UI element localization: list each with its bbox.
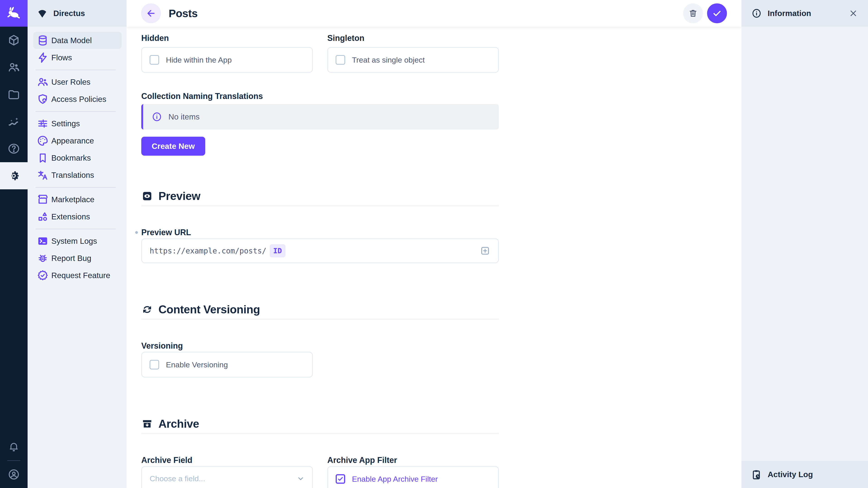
archive-filter-checkbox-card[interactable]: Enable App Archive Filter	[327, 466, 499, 488]
module-insights[interactable]	[0, 108, 28, 135]
back-button[interactable]	[141, 3, 161, 23]
trash-icon	[688, 8, 698, 18]
sidebar-item-appearance[interactable]: Appearance	[33, 132, 122, 149]
checkbox-label: Enable App Archive Filter	[352, 475, 438, 484]
sidebar-item-translations[interactable]: Translations	[33, 166, 122, 184]
singleton-checkbox-card[interactable]: Treat as single object	[327, 47, 499, 73]
page-header: Posts	[127, 0, 741, 27]
create-new-button[interactable]: Create New	[141, 137, 205, 156]
archive-field-select[interactable]	[141, 466, 313, 488]
hidden-checkbox[interactable]	[150, 55, 159, 65]
sidebar-divider	[35, 187, 116, 188]
project-name: Directus	[53, 9, 85, 18]
sidebar-item-label: Appearance	[51, 136, 94, 145]
field-label: Singleton	[327, 33, 499, 43]
checkbox-label: Hide within the App	[166, 56, 232, 64]
sidebar-item-label: Settings	[51, 119, 80, 128]
empty-list-text: No items	[168, 112, 199, 121]
enable-versioning-checkbox[interactable]	[150, 360, 159, 369]
info-icon	[751, 8, 762, 19]
help-icon	[7, 142, 20, 155]
page-title: Posts	[168, 7, 197, 20]
section-archive: Archive	[141, 417, 499, 430]
section-preview: Preview	[141, 190, 499, 203]
versioning-cycle-icon	[141, 304, 153, 315]
field-label: Archive Field	[141, 455, 313, 465]
sidebar-item-label: Bookmarks	[51, 153, 91, 162]
access-policies-icon	[37, 93, 49, 105]
field-label: Collection Naming Translations	[141, 91, 499, 101]
chevron-down-icon	[296, 474, 305, 483]
sidebar-item-report-bug[interactable]: Report Bug	[33, 250, 122, 267]
bookmark-icon	[37, 152, 49, 164]
section-title: Archive	[158, 417, 199, 430]
sidebar-divider	[35, 111, 116, 112]
info-sidebar: Information Activity Log	[741, 0, 868, 488]
module-file-library[interactable]	[0, 81, 28, 108]
field-versioning: Versioning Enable Versioning	[141, 341, 499, 378]
sidebar-item-settings[interactable]: Settings	[33, 115, 122, 132]
activity-log-label: Activity Log	[768, 470, 813, 479]
box-icon	[7, 34, 20, 46]
versioning-checkbox-card[interactable]: Enable Versioning	[141, 352, 313, 378]
clipboard-clock-icon	[751, 469, 762, 480]
field-label: Hidden	[141, 33, 313, 43]
storefront-icon	[37, 194, 49, 205]
enable-archive-filter-checkbox[interactable]	[336, 474, 345, 484]
module-settings[interactable]	[0, 162, 28, 189]
project-bar[interactable]: Directus	[28, 0, 127, 27]
check-icon	[712, 8, 722, 19]
save-button[interactable]	[707, 3, 727, 23]
edited-indicator-dot	[135, 231, 138, 234]
sidebar-item-label: System Logs	[51, 236, 97, 246]
sidebar-item-data-model[interactable]: Data Model	[33, 32, 122, 49]
archive-box-icon	[141, 418, 153, 430]
settings-sidebar: Directus Data Model Flows User Roles	[28, 0, 127, 488]
field-archive-app-filter: Archive App Filter Enable App Archive Fi…	[327, 455, 499, 488]
arrow-back-icon	[146, 8, 156, 19]
module-content[interactable]	[0, 27, 28, 54]
add-variable-icon[interactable]	[480, 246, 491, 256]
gear-icon	[7, 169, 20, 182]
sidebar-item-label: Access Policies	[51, 95, 106, 104]
badge-check-icon	[37, 269, 49, 281]
module-documentation[interactable]	[0, 135, 28, 162]
sidebar-item-label: User Roles	[51, 77, 90, 87]
sidebar-item-bookmarks[interactable]: Bookmarks	[33, 149, 122, 166]
folder-icon	[7, 88, 20, 101]
sidebar-item-request-feature[interactable]: Request Feature	[33, 267, 122, 284]
sidebar-item-access-policies[interactable]: Access Policies	[33, 91, 122, 108]
singleton-checkbox[interactable]	[336, 55, 345, 65]
archive-field-input[interactable]	[150, 474, 296, 483]
field-label: Archive App Filter	[327, 455, 499, 465]
field-preview-url: Preview URL https://example.com/posts/ I…	[141, 228, 499, 263]
rabbit-logo-icon	[6, 6, 21, 21]
module-user-directory[interactable]	[0, 54, 28, 81]
preview-url-value: https://example.com/posts/	[150, 247, 267, 255]
sidebar-item-label: Report Bug	[51, 254, 91, 263]
tune-icon	[37, 118, 49, 129]
section-divider	[141, 433, 499, 434]
directus-logo[interactable]	[0, 0, 28, 27]
sidebar-item-label: Translations	[51, 170, 94, 180]
user-menu-button[interactable]	[0, 461, 28, 488]
sidebar-item-marketplace[interactable]: Marketplace	[33, 191, 122, 208]
hidden-checkbox-card[interactable]: Hide within the App	[141, 47, 313, 73]
section-divider	[141, 319, 499, 320]
sidebar-divider	[35, 70, 116, 70]
notifications-button[interactable]	[0, 433, 28, 460]
sidebar-item-user-roles[interactable]: User Roles	[33, 73, 122, 91]
preview-url-input[interactable]: https://example.com/posts/ ID	[141, 238, 499, 263]
section-title: Preview	[158, 190, 200, 203]
field-label: Preview URL	[141, 228, 499, 237]
insights-icon	[7, 115, 20, 128]
delete-button[interactable]	[683, 3, 703, 23]
info-icon	[152, 111, 162, 122]
sidebar-item-flows[interactable]: Flows	[33, 49, 122, 66]
sidebar-item-extensions[interactable]: Extensions	[33, 208, 122, 225]
sidebar-item-label: Marketplace	[51, 195, 94, 204]
sidebar-item-system-logs[interactable]: System Logs	[33, 232, 122, 250]
close-icon[interactable]	[848, 8, 858, 18]
id-variable-chip[interactable]: ID	[270, 244, 286, 257]
activity-log-button[interactable]: Activity Log	[741, 461, 868, 488]
